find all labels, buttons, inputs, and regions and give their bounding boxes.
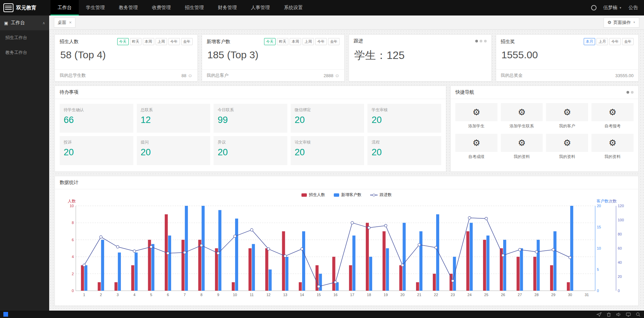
- carousel-dot[interactable]: [480, 40, 482, 42]
- todo-value: 20: [295, 147, 360, 158]
- todo-tile[interactable]: 异议 20: [214, 136, 287, 165]
- todo-tile[interactable]: 总联系 12: [137, 104, 211, 133]
- todo-tile[interactable]: 提问 20: [137, 136, 211, 165]
- svg-text:20: 20: [400, 293, 405, 297]
- send-icon[interactable]: [597, 312, 602, 317]
- quick-nav-item[interactable]: ⚙ 我的资料: [501, 134, 543, 160]
- tab-bar: 桌面 × ⚙ 页面操作 ▼: [49, 15, 644, 30]
- todo-tile[interactable]: 今日联系 99: [214, 104, 287, 133]
- volume-icon[interactable]: [616, 312, 621, 317]
- filter-pill[interactable]: 本周: [290, 38, 301, 45]
- logo-icon: [3, 3, 13, 12]
- nav-item[interactable]: 人事管理: [244, 0, 277, 15]
- nav-item[interactable]: 收费管理: [145, 0, 178, 15]
- filter-pill[interactable]: 今年: [315, 38, 327, 45]
- legend-item-enrollment[interactable]: 招生人数: [301, 192, 325, 198]
- quick-nav-item[interactable]: ⚙ 添加学生联系: [501, 103, 543, 129]
- svg-text:14: 14: [300, 293, 304, 297]
- todo-tile[interactable]: 论文审核 20: [291, 136, 364, 165]
- todo-value: 99: [218, 115, 283, 125]
- user-name: 伍梦楠: [603, 5, 617, 11]
- announcement-link[interactable]: 公告: [629, 5, 638, 11]
- filter-pill[interactable]: 昨天: [130, 38, 141, 45]
- user-menu[interactable]: 伍梦楠 ▼: [603, 5, 622, 11]
- footer-label: 我的总客户: [207, 72, 229, 78]
- sidebar-item[interactable]: 教务工作台: [0, 45, 49, 60]
- filter-pill[interactable]: 今天: [117, 38, 129, 45]
- main-nav: 工作台 学生管理 教务管理 收费管理 招生管理 财务管理 人事管理 系统设置: [51, 0, 310, 15]
- quick-nav-item[interactable]: ⚙ 自考成绩: [455, 134, 497, 160]
- todo-tile[interactable]: 微信绑定 20: [291, 104, 364, 133]
- sidebar-item[interactable]: 招生工作台: [0, 30, 49, 45]
- middle-row: 待办事项 待学生确认 66 总联系: [55, 86, 639, 172]
- taskbar-accent-square[interactable]: [3, 312, 8, 317]
- todo-tile[interactable]: 流程 20: [367, 136, 441, 165]
- nav-item[interactable]: 教务管理: [112, 0, 145, 15]
- nav-item[interactable]: 学生管理: [79, 0, 112, 15]
- legend-item-follow[interactable]: 跟进数: [370, 192, 392, 198]
- top-navbar: 双元教育 工作台 学生管理 教务管理 收费管理 招生管理 财务管理 人事管理 系…: [0, 0, 644, 15]
- todo-tile[interactable]: 投诉 20: [60, 136, 133, 165]
- sidebar: ▣ 工作台 ∧ 招生工作台 教务工作台: [0, 15, 49, 311]
- svg-text:11: 11: [250, 293, 254, 297]
- legend-item-customers[interactable]: 新增客户数: [334, 192, 361, 198]
- filter-pill[interactable]: 今天: [264, 38, 276, 45]
- filter-pill[interactable]: 今年: [168, 38, 180, 45]
- svg-text:29: 29: [551, 293, 555, 297]
- tab-desktop[interactable]: 桌面 ×: [54, 18, 75, 28]
- statistics-header: 数据统计: [55, 176, 638, 189]
- nav-item[interactable]: 工作台: [51, 0, 79, 15]
- display-icon[interactable]: [626, 312, 631, 317]
- filter-pill[interactable]: 本月: [584, 38, 595, 45]
- taskbar-tray: [597, 312, 641, 317]
- footer-value: 88: [182, 73, 186, 78]
- trash-icon[interactable]: [606, 312, 611, 317]
- chart-container: 024681005101520020406080100120人数客户数次数123…: [55, 198, 638, 304]
- nav-item[interactable]: 系统设置: [277, 0, 310, 15]
- page-actions-button[interactable]: ⚙ 页面操作 ▼: [604, 18, 639, 28]
- svg-text:6: 6: [167, 293, 169, 297]
- filter-pill[interactable]: 去年: [328, 38, 340, 45]
- theme-icon[interactable]: [591, 5, 597, 10]
- card-title: 新增客户数: [207, 39, 230, 45]
- nav-item[interactable]: 招生管理: [178, 0, 211, 15]
- workbench-icon: ▣: [4, 21, 8, 26]
- filter-pill[interactable]: 去年: [622, 38, 634, 45]
- nav-item[interactable]: 财务管理: [211, 0, 244, 15]
- quick-nav-item[interactable]: ⚙ 我的资料: [546, 134, 588, 160]
- svg-text:60: 60: [618, 246, 622, 250]
- filter-pill[interactable]: 昨天: [277, 38, 288, 45]
- quick-nav-item[interactable]: ⚙ 添加学生: [455, 103, 497, 129]
- filter-pill[interactable]: 今年: [609, 38, 621, 45]
- svg-text:9: 9: [217, 293, 219, 297]
- svg-text:100: 100: [618, 218, 624, 222]
- carousel-dot[interactable]: [484, 40, 487, 42]
- quick-nav-label: 添加学生: [455, 123, 497, 129]
- svg-text:人数: 人数: [68, 199, 76, 203]
- carousel-dot[interactable]: [475, 40, 478, 42]
- todo-tile[interactable]: 学生审核 20: [367, 104, 441, 133]
- filter-pill[interactable]: 上周: [302, 38, 314, 45]
- svg-text:客户数: 客户数: [597, 199, 609, 203]
- close-icon[interactable]: ×: [69, 20, 72, 25]
- filter-pill[interactable]: 去年: [181, 38, 193, 45]
- filter-pill[interactable]: 上周: [156, 38, 167, 45]
- statistics-chart[interactable]: 024681005101520020406080100120人数客户数次数123…: [62, 198, 632, 299]
- quick-nav-item[interactable]: ⚙ 自考报考: [591, 103, 634, 129]
- carousel-dot[interactable]: [626, 91, 629, 94]
- sidebar-header[interactable]: ▣ 工作台 ∧: [0, 15, 49, 30]
- filter-pill[interactable]: 本周: [143, 38, 154, 45]
- filter-pill[interactable]: 上月: [597, 38, 608, 45]
- line-series: [83, 217, 572, 288]
- chevron-down-icon: ▼: [619, 6, 622, 9]
- app-body: ▣ 工作台 ∧ 招生工作台 教务工作台 桌面 × ⚙: [0, 15, 644, 311]
- carousel-dot[interactable]: [631, 91, 634, 94]
- search-icon[interactable]: [636, 312, 641, 317]
- gear-icon: ⚙: [501, 103, 543, 121]
- quick-nav-item[interactable]: ⚙ 我的客户: [546, 103, 588, 129]
- quick-nav-item[interactable]: ⚙ 我的资料: [591, 134, 634, 160]
- svg-text:8: 8: [72, 221, 74, 225]
- customers-footer: 我的总客户 2888 ☺: [202, 69, 345, 81]
- todo-tile[interactable]: 待学生确认 66: [60, 104, 133, 133]
- collapse-icon[interactable]: ∧: [42, 21, 45, 25]
